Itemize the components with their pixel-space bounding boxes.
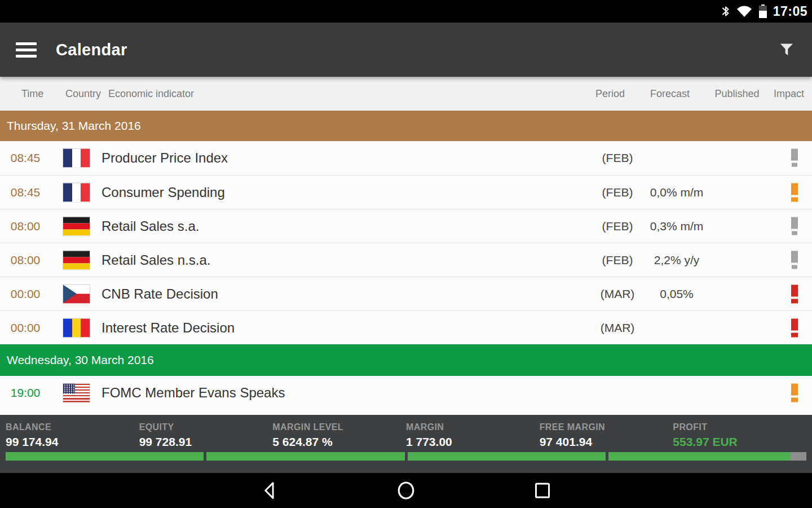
account-metric-value: 1 773.00 <box>406 435 540 449</box>
account-metric-value: 99 174.94 <box>6 435 139 449</box>
progress-segment <box>6 452 204 461</box>
account-metric: EQUITY99 728.91 <box>139 422 273 449</box>
event-time: 19:00 <box>0 386 51 400</box>
calendar-screen: 17:05 Calendar Time Country Economic ind… <box>0 0 812 508</box>
account-summary-bar: BALANCE99 174.94EQUITY99 728.91MARGIN LE… <box>0 415 812 473</box>
status-bar: 17:05 <box>0 0 812 23</box>
event-time: 00:00 <box>0 321 51 335</box>
event-forecast: 0,3% m/m <box>639 220 714 233</box>
cz-flag-icon <box>63 284 90 303</box>
account-metric: BALANCE99 174.94 <box>6 422 139 449</box>
account-metric-label: BALANCE <box>6 422 139 432</box>
calendar-event-row[interactable]: 08:45Producer Price Index(FEB) <box>0 141 812 175</box>
progress-segment <box>608 452 806 461</box>
impact-gray-icon <box>791 251 798 269</box>
event-time: 00:00 <box>0 287 51 301</box>
column-published: Published <box>714 88 759 100</box>
account-metric-label: MARGIN <box>406 422 540 432</box>
event-forecast: 0,0% m/m <box>639 186 714 199</box>
event-period: (FEB) <box>581 151 654 165</box>
account-metric-value: 553.97 EUR <box>673 435 806 449</box>
event-time: 08:00 <box>0 220 51 233</box>
ro-flag-icon <box>63 318 90 337</box>
event-indicator: Interest Rate Decision <box>102 320 235 336</box>
event-time: 08:00 <box>0 253 51 267</box>
recents-button[interactable] <box>497 482 588 499</box>
event-indicator: FOMC Member Evans Speaks <box>102 385 285 401</box>
impact-gray-icon <box>791 217 798 235</box>
account-metric-label: PROFIT <box>673 422 806 432</box>
column-country: Country <box>65 88 101 100</box>
de-flag-icon <box>63 251 90 269</box>
app-bar: Calendar <box>0 23 812 77</box>
calendar-event-row[interactable]: 08:00Retail Sales s.a.(FEB)0,3% m/m <box>0 209 812 243</box>
progress-fill <box>6 452 204 461</box>
account-metric-label: MARGIN LEVEL <box>272 422 406 432</box>
account-metric: PROFIT553.97 EUR <box>673 422 806 449</box>
progress-fill <box>206 452 404 461</box>
calendar-event-row[interactable]: 00:00CNB Rate Decision(MAR)0,05% <box>0 277 812 310</box>
impact-orange-icon <box>791 384 798 402</box>
fr-flag-icon <box>63 183 90 202</box>
event-time: 08:45 <box>0 151 51 165</box>
progress-fill <box>408 452 606 461</box>
de-flag-icon <box>63 217 90 235</box>
account-metric: MARGIN LEVEL5 624.87 % <box>272 422 406 449</box>
status-time: 17:05 <box>773 4 807 19</box>
filter-icon[interactable] <box>777 40 796 59</box>
account-metric-value: 97 401.94 <box>540 435 673 449</box>
calendar-event-row[interactable]: 19:00FOMC Member Evans Speaks <box>0 376 812 410</box>
progress-segment <box>408 452 606 461</box>
bluetooth-icon <box>721 5 730 18</box>
event-time: 08:45 <box>0 186 51 199</box>
event-period: (MAR) <box>581 321 654 335</box>
impact-gray-icon <box>791 149 798 168</box>
impact-red-icon <box>791 284 798 303</box>
account-progress-bars <box>6 452 806 461</box>
event-indicator: Retail Sales n.s.a. <box>102 252 210 268</box>
home-button[interactable] <box>361 481 451 500</box>
account-metric: MARGIN1 773.00 <box>406 422 540 449</box>
event-indicator: Retail Sales s.a. <box>102 218 199 234</box>
event-forecast: 0,05% <box>639 287 714 301</box>
column-economic-indicator: Economic indicator <box>108 88 194 100</box>
calendar-event-row[interactable]: 08:00Retail Sales n.s.a.(FEB)2,2% y/y <box>0 243 812 277</box>
wifi-icon <box>736 5 753 18</box>
account-metric-label: FREE MARGIN <box>540 422 673 432</box>
column-forecast: Forecast <box>650 88 690 100</box>
back-button[interactable] <box>224 481 315 500</box>
impact-orange-icon <box>791 183 798 202</box>
event-forecast: 2,2% y/y <box>639 253 714 267</box>
column-time: Time <box>21 88 43 100</box>
event-indicator: CNB Rate Decision <box>102 286 218 302</box>
calendar-event-row[interactable]: 08:45Consumer Spending(FEB)0,0% m/m <box>0 175 812 209</box>
date-header-label: Wednesday, 30 March 2016 <box>7 353 154 367</box>
fr-flag-icon <box>63 149 90 168</box>
progress-segment <box>206 452 404 461</box>
account-metric-value: 5 624.87 % <box>272 435 406 449</box>
account-metric: FREE MARGIN97 401.94 <box>540 422 673 449</box>
calendar-event-row[interactable]: 00:00Interest Rate Decision(MAR) <box>0 310 812 344</box>
date-header: Thursday, 31 March 2016 <box>0 111 812 141</box>
event-indicator: Consumer Spending <box>102 185 225 200</box>
table-column-header: Time Country Economic indicator Period F… <box>0 77 812 111</box>
account-metric-value: 99 728.91 <box>139 435 273 449</box>
date-header: Wednesday, 30 March 2016 <box>0 344 812 376</box>
android-nav-bar <box>0 473 812 508</box>
date-header-label: Thursday, 31 March 2016 <box>7 119 141 133</box>
battery-icon <box>758 4 767 19</box>
page-title: Calendar <box>56 41 127 59</box>
account-metric-label: EQUITY <box>139 422 273 432</box>
us-flag-icon <box>63 384 90 402</box>
menu-icon[interactable] <box>16 42 37 58</box>
impact-red-icon <box>791 318 798 337</box>
column-impact: Impact <box>774 88 804 100</box>
account-metrics: BALANCE99 174.94EQUITY99 728.91MARGIN LE… <box>0 415 812 449</box>
event-indicator: Producer Price Index <box>102 150 228 166</box>
column-period: Period <box>595 88 625 100</box>
progress-fill <box>608 452 791 461</box>
